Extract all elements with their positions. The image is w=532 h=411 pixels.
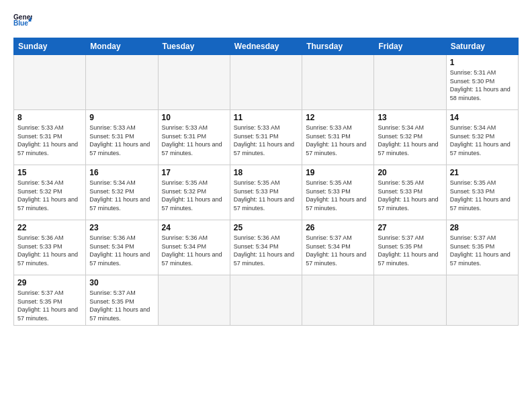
calendar-cell: 13Sunrise: 5:34 AMSunset: 5:32 PMDayligh… bbox=[374, 110, 446, 165]
calendar-cell bbox=[446, 275, 518, 326]
day-number: 9 bbox=[89, 113, 154, 122]
calendar-cell bbox=[14, 55, 86, 110]
logo-icon: General Blue bbox=[13, 12, 32, 31]
day-number: 23 bbox=[89, 223, 154, 232]
calendar-cell: 21Sunrise: 5:35 AMSunset: 5:33 PMDayligh… bbox=[446, 165, 518, 220]
day-number: 11 bbox=[234, 113, 298, 122]
calendar-week-row: 15Sunrise: 5:34 AMSunset: 5:32 PMDayligh… bbox=[14, 165, 519, 220]
col-header-saturday: Saturday bbox=[446, 38, 518, 55]
col-header-wednesday: Wednesday bbox=[230, 38, 302, 55]
header: General Blue bbox=[13, 12, 519, 31]
calendar-cell bbox=[302, 275, 374, 326]
calendar-cell: 17Sunrise: 5:35 AMSunset: 5:32 PMDayligh… bbox=[158, 165, 230, 220]
logo: General Blue bbox=[13, 12, 32, 31]
calendar-cell: 15Sunrise: 5:34 AMSunset: 5:32 PMDayligh… bbox=[14, 165, 86, 220]
cell-info: Sunrise: 5:35 AMSunset: 5:33 PMDaylight:… bbox=[378, 179, 442, 212]
calendar-cell: 9Sunrise: 5:33 AMSunset: 5:31 PMDaylight… bbox=[86, 110, 158, 165]
calendar-cell: 8Sunrise: 5:33 AMSunset: 5:31 PMDaylight… bbox=[14, 110, 86, 165]
day-number: 8 bbox=[17, 113, 82, 122]
day-number: 25 bbox=[234, 223, 298, 232]
cell-info: Sunrise: 5:35 AMSunset: 5:33 PMDaylight:… bbox=[306, 179, 370, 212]
calendar-table: SundayMondayTuesdayWednesdayThursdayFrid… bbox=[13, 38, 519, 326]
calendar-week-row: 1Sunrise: 5:31 AMSunset: 5:30 PMDaylight… bbox=[14, 55, 519, 110]
calendar-cell: 16Sunrise: 5:34 AMSunset: 5:32 PMDayligh… bbox=[86, 165, 158, 220]
day-number: 1 bbox=[450, 58, 515, 67]
calendar-cell: 28Sunrise: 5:37 AMSunset: 5:35 PMDayligh… bbox=[446, 220, 518, 275]
cell-info: Sunrise: 5:35 AMSunset: 5:33 PMDaylight:… bbox=[450, 179, 515, 212]
cell-info: Sunrise: 5:33 AMSunset: 5:31 PMDaylight:… bbox=[162, 124, 226, 157]
day-number: 17 bbox=[162, 168, 226, 177]
day-number: 15 bbox=[17, 168, 82, 177]
calendar-header-row: SundayMondayTuesdayWednesdayThursdayFrid… bbox=[14, 38, 519, 55]
cell-info: Sunrise: 5:36 AMSunset: 5:34 PMDaylight:… bbox=[89, 234, 154, 267]
col-header-thursday: Thursday bbox=[302, 38, 374, 55]
cell-info: Sunrise: 5:37 AMSunset: 5:35 PMDaylight:… bbox=[378, 234, 442, 267]
calendar-cell bbox=[230, 275, 302, 326]
calendar-cell: 12Sunrise: 5:33 AMSunset: 5:31 PMDayligh… bbox=[302, 110, 374, 165]
calendar-cell: 14Sunrise: 5:34 AMSunset: 5:32 PMDayligh… bbox=[446, 110, 518, 165]
calendar-cell: 25Sunrise: 5:36 AMSunset: 5:34 PMDayligh… bbox=[230, 220, 302, 275]
calendar-cell: 10Sunrise: 5:33 AMSunset: 5:31 PMDayligh… bbox=[158, 110, 230, 165]
day-number: 30 bbox=[89, 278, 154, 287]
col-header-tuesday: Tuesday bbox=[158, 38, 230, 55]
cell-info: Sunrise: 5:31 AMSunset: 5:30 PMDaylight:… bbox=[450, 68, 515, 102]
day-number: 18 bbox=[234, 168, 298, 177]
col-header-monday: Monday bbox=[86, 38, 158, 55]
col-header-friday: Friday bbox=[374, 38, 446, 55]
cell-info: Sunrise: 5:36 AMSunset: 5:34 PMDaylight:… bbox=[234, 234, 298, 267]
calendar-cell: 18Sunrise: 5:35 AMSunset: 5:33 PMDayligh… bbox=[230, 165, 302, 220]
calendar-cell: 11Sunrise: 5:33 AMSunset: 5:31 PMDayligh… bbox=[230, 110, 302, 165]
cell-info: Sunrise: 5:34 AMSunset: 5:32 PMDaylight:… bbox=[378, 124, 442, 157]
cell-info: Sunrise: 5:33 AMSunset: 5:31 PMDaylight:… bbox=[89, 124, 154, 157]
cell-info: Sunrise: 5:34 AMSunset: 5:32 PMDaylight:… bbox=[450, 124, 515, 157]
calendar-cell: 26Sunrise: 5:37 AMSunset: 5:34 PMDayligh… bbox=[302, 220, 374, 275]
cell-info: Sunrise: 5:35 AMSunset: 5:33 PMDaylight:… bbox=[234, 179, 298, 212]
cell-info: Sunrise: 5:33 AMSunset: 5:31 PMDaylight:… bbox=[17, 124, 82, 157]
cell-info: Sunrise: 5:34 AMSunset: 5:32 PMDaylight:… bbox=[89, 179, 154, 212]
day-number: 13 bbox=[378, 113, 442, 122]
cell-info: Sunrise: 5:36 AMSunset: 5:34 PMDaylight:… bbox=[162, 234, 226, 267]
day-number: 27 bbox=[378, 223, 442, 232]
day-number: 26 bbox=[306, 223, 370, 232]
day-number: 21 bbox=[450, 168, 515, 177]
calendar-cell bbox=[86, 55, 158, 110]
calendar-cell bbox=[374, 275, 446, 326]
calendar-cell: 24Sunrise: 5:36 AMSunset: 5:34 PMDayligh… bbox=[158, 220, 230, 275]
day-number: 19 bbox=[306, 168, 370, 177]
col-header-sunday: Sunday bbox=[14, 38, 86, 55]
cell-info: Sunrise: 5:33 AMSunset: 5:31 PMDaylight:… bbox=[306, 124, 370, 157]
day-number: 16 bbox=[89, 168, 154, 177]
calendar-week-row: 8Sunrise: 5:33 AMSunset: 5:31 PMDaylight… bbox=[14, 110, 519, 165]
calendar-cell bbox=[158, 275, 230, 326]
calendar-cell: 22Sunrise: 5:36 AMSunset: 5:33 PMDayligh… bbox=[14, 220, 86, 275]
calendar-cell: 29Sunrise: 5:37 AMSunset: 5:35 PMDayligh… bbox=[14, 275, 86, 326]
calendar-cell: 19Sunrise: 5:35 AMSunset: 5:33 PMDayligh… bbox=[302, 165, 374, 220]
day-number: 12 bbox=[306, 113, 370, 122]
cell-info: Sunrise: 5:37 AMSunset: 5:34 PMDaylight:… bbox=[306, 234, 370, 267]
calendar-week-row: 22Sunrise: 5:36 AMSunset: 5:33 PMDayligh… bbox=[14, 220, 519, 275]
calendar-cell bbox=[374, 55, 446, 110]
calendar-week-row: 29Sunrise: 5:37 AMSunset: 5:35 PMDayligh… bbox=[14, 275, 519, 326]
calendar-cell: 27Sunrise: 5:37 AMSunset: 5:35 PMDayligh… bbox=[374, 220, 446, 275]
calendar-cell: 30Sunrise: 5:37 AMSunset: 5:35 PMDayligh… bbox=[86, 275, 158, 326]
day-number: 22 bbox=[17, 223, 82, 232]
cell-info: Sunrise: 5:37 AMSunset: 5:35 PMDaylight:… bbox=[450, 234, 515, 267]
cell-info: Sunrise: 5:36 AMSunset: 5:33 PMDaylight:… bbox=[17, 234, 82, 267]
cell-info: Sunrise: 5:34 AMSunset: 5:32 PMDaylight:… bbox=[17, 179, 82, 212]
day-number: 29 bbox=[17, 278, 82, 287]
calendar-cell bbox=[302, 55, 374, 110]
cell-info: Sunrise: 5:37 AMSunset: 5:35 PMDaylight:… bbox=[89, 289, 154, 322]
day-number: 20 bbox=[378, 168, 442, 177]
calendar-cell: 23Sunrise: 5:36 AMSunset: 5:34 PMDayligh… bbox=[86, 220, 158, 275]
day-number: 24 bbox=[162, 223, 226, 232]
cell-info: Sunrise: 5:37 AMSunset: 5:35 PMDaylight:… bbox=[17, 289, 82, 322]
calendar-cell bbox=[158, 55, 230, 110]
cell-info: Sunrise: 5:35 AMSunset: 5:32 PMDaylight:… bbox=[162, 179, 226, 212]
svg-text:Blue: Blue bbox=[13, 19, 28, 27]
day-number: 10 bbox=[162, 113, 226, 122]
calendar-cell bbox=[230, 55, 302, 110]
page: General Blue SundayMondayTuesdayWednesda… bbox=[0, 0, 532, 411]
calendar-cell: 20Sunrise: 5:35 AMSunset: 5:33 PMDayligh… bbox=[374, 165, 446, 220]
cell-info: Sunrise: 5:33 AMSunset: 5:31 PMDaylight:… bbox=[234, 124, 298, 157]
day-number: 14 bbox=[450, 113, 515, 122]
